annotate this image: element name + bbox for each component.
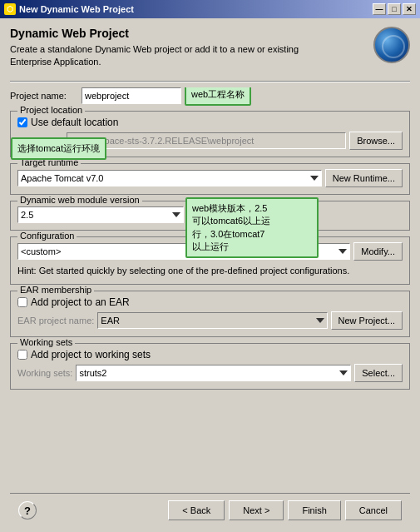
maximize-button[interactable]: □ bbox=[388, 3, 401, 15]
modify-button[interactable]: Modify... bbox=[353, 242, 403, 261]
add-to-working-sets-checkbox[interactable] bbox=[17, 350, 27, 360]
title-bar-title: New Dynamic Web Project bbox=[19, 4, 134, 14]
project-name-input[interactable] bbox=[82, 87, 181, 104]
header-divider bbox=[10, 81, 410, 82]
page-title: Dynamic Web Project bbox=[10, 27, 326, 40]
title-bar-icon: ⬡ bbox=[4, 3, 16, 15]
working-sets-select[interactable]: struts2 bbox=[76, 365, 351, 381]
use-default-location-row: Use default location bbox=[17, 117, 403, 128]
minimize-button[interactable]: — bbox=[373, 3, 386, 15]
help-button[interactable]: ? bbox=[18, 501, 37, 520]
runtime-select[interactable]: Apache Tomcat v7.0 bbox=[17, 170, 322, 186]
page-description: Create a standalone Dynamic Web project … bbox=[10, 43, 326, 69]
add-to-ear-row: Add project to an EAR bbox=[17, 296, 403, 308]
add-to-working-sets-text: Add project to working sets bbox=[31, 349, 151, 360]
runtime-row: Apache Tomcat v7.0 选择tomcat运行环境 New Runt… bbox=[17, 169, 403, 187]
next-button[interactable]: Next > bbox=[229, 500, 284, 520]
browse-button[interactable]: Browse... bbox=[349, 132, 403, 150]
target-runtime-section: Target runtime Apache Tomcat v7.0 选择tomc… bbox=[10, 163, 410, 195]
new-runtime-button[interactable]: New Runtime... bbox=[325, 169, 403, 187]
project-name-label: Project name: bbox=[10, 91, 77, 101]
title-bar: ⬡ New Dynamic Web Project — □ ✕ bbox=[0, 0, 420, 18]
working-sets-label: Working sets bbox=[17, 337, 75, 347]
dialog-body: Dynamic Web Project Create a standalone … bbox=[0, 18, 420, 532]
form-scroll: Project name: web工程名称 Project location U… bbox=[10, 87, 410, 493]
title-bar-buttons[interactable]: — □ ✕ bbox=[373, 3, 416, 15]
add-to-working-sets-row: Add project to working sets bbox=[17, 349, 403, 360]
project-location-label: Project location bbox=[17, 105, 85, 115]
working-sets-input-label: Working sets: bbox=[17, 368, 72, 378]
page-header: Dynamic Web Project Create a standalone … bbox=[10, 27, 410, 69]
configuration-label: Configuration bbox=[17, 231, 77, 241]
ear-project-name-label: EAR project name: bbox=[17, 316, 94, 326]
location-input bbox=[67, 132, 346, 149]
version-annotation: web模块版本，2.5可以tomcat6以上运行，3.0在tomcat7以上运行 bbox=[185, 197, 319, 259]
select-button[interactable]: Select... bbox=[354, 364, 403, 382]
new-project-button[interactable]: New Project... bbox=[331, 311, 403, 330]
dynamic-web-module-section: Dynamic web module version 2.5 3.0 web模块… bbox=[10, 201, 410, 231]
title-bar-left: ⬡ New Dynamic Web Project bbox=[4, 3, 134, 15]
ear-project-row: EAR project name: EAR New Project... bbox=[17, 311, 403, 330]
bottom-buttons: < Back Next > Finish Cancel bbox=[168, 500, 402, 520]
working-sets-row: Working sets: struts2 Select... bbox=[17, 364, 403, 382]
add-to-ear-checkbox[interactable] bbox=[17, 297, 27, 307]
project-name-row: Project name: web工程名称 bbox=[10, 87, 410, 104]
bottom-bar: ? < Back Next > Finish Cancel bbox=[10, 493, 410, 525]
finish-button[interactable]: Finish bbox=[288, 500, 340, 520]
runtime-annotation: 选择tomcat运行环境 bbox=[11, 137, 106, 160]
back-button[interactable]: < Back bbox=[168, 500, 225, 520]
ear-project-select: EAR bbox=[97, 312, 327, 329]
working-sets-section: Working sets Add project to working sets… bbox=[10, 343, 410, 390]
help-symbol: ? bbox=[24, 505, 31, 517]
ear-membership-label: EAR membership bbox=[17, 285, 94, 295]
version-row: 2.5 3.0 web模块版本，2.5可以tomcat6以上运行，3.0在tom… bbox=[17, 206, 403, 223]
project-name-annotation: web工程名称 bbox=[185, 87, 251, 106]
dynamic-web-module-label: Dynamic web module version bbox=[17, 195, 142, 205]
hint-text: Hint: Get started quickly by selecting o… bbox=[17, 265, 403, 277]
version-select[interactable]: 2.5 3.0 bbox=[17, 206, 184, 223]
add-to-ear-text: Add project to an EAR bbox=[31, 296, 130, 308]
page-header-text: Dynamic Web Project Create a standalone … bbox=[10, 27, 326, 69]
use-default-location-checkbox[interactable] bbox=[17, 117, 27, 127]
ear-membership-section: EAR membership Add project to an EAR EAR… bbox=[10, 291, 410, 337]
close-button[interactable]: ✕ bbox=[403, 3, 416, 15]
use-default-location-text: Use default location bbox=[31, 117, 118, 128]
cancel-button[interactable]: Cancel bbox=[345, 500, 402, 520]
globe-icon bbox=[373, 27, 410, 63]
